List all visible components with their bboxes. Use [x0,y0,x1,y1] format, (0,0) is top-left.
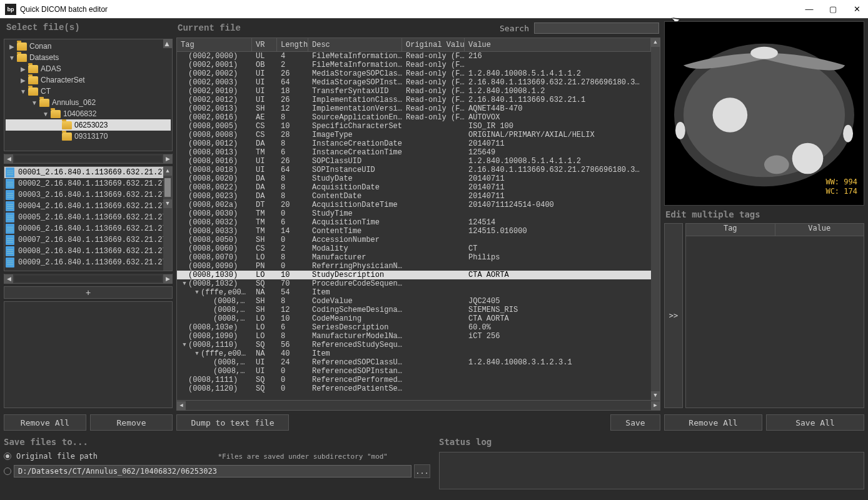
file-item[interactable]: 00008_2.16.840.1.113669.632.21.27 [4,246,172,257]
col-original[interactable]: Original Value [402,38,465,51]
table-row[interactable]: (0008,0022)DA8AcquisitionDate20140711 [177,183,651,192]
table-row[interactable]: (0008,1030)LO10StudyDescriptionCTA AORTA [177,271,651,279]
file-hscroll[interactable]: ◀▶ [4,274,173,284]
folder-tree[interactable]: ▲ ▶Conan▼Datasets▶ADAS▶CharacterSet▼CT▼A… [4,39,173,151]
tree-item[interactable]: ▶ADAS [6,63,171,74]
scroll-left-icon[interactable]: ◀ [177,401,186,410]
tree-item[interactable]: ▼Datasets [6,52,171,63]
tree-item[interactable]: ▼Annulus_062 [6,97,171,108]
table-row[interactable]: (0008,0005)CS10SpecificCharacterSetISO_I… [177,122,651,131]
scroll-up-icon[interactable]: ▲ [163,39,172,48]
table-row[interactable]: ▼(fffe,e00…NA40Item [177,349,651,358]
table-row[interactable]: (0008,0030)TM0StudyTime [177,209,651,218]
save-button[interactable]: Save [610,414,660,431]
file-vscroll[interactable]: ▲ ▼ [163,167,172,271]
table-row[interactable]: (0008,0018)UI64SOPInstanceUID2.16.840.1.… [177,166,651,174]
table-row[interactable]: (0008,…LO10CodeMeaningCTA AORTA [177,314,651,323]
scroll-down-icon[interactable]: ▼ [163,199,172,208]
move-right-button[interactable]: >> [664,223,683,408]
dicom-tag-table[interactable]: Tag VR Length Desc Original Value Value … [176,38,660,411]
table-row[interactable]: (0002,0010)UI18TransferSyntaxUIDRead-onl… [177,87,651,96]
tree-item[interactable]: 06253023 [6,119,171,131]
table-row[interactable]: (0008,…UI24ReferencedSOPClassU…1.2.840.1… [177,358,651,367]
search-input[interactable] [534,22,659,34]
file-item[interactable]: 00005_2.16.840.1.113669.632.21.27 [4,212,172,223]
table-row[interactable]: (0002,0000)UL4FileMetaInformation…Read-o… [177,52,651,61]
table-row[interactable]: (0008,0050)SH0AccessionNumber [177,236,651,244]
table-row[interactable]: (0008,0016)UI26SOPClassUID1.2.840.10008.… [177,157,651,166]
tree-item[interactable]: ▼10406832 [6,108,171,119]
close-button[interactable]: ✕ [850,4,863,14]
table-row[interactable]: ▼(fffe,e00…NA54Item [177,288,651,297]
table-row[interactable]: (0008,0020)DA8StudyDate20140711 [177,174,651,183]
file-item[interactable]: 00004_2.16.840.1.113669.632.21.27 [4,201,172,212]
maximize-button[interactable]: ▢ [827,4,839,14]
scroll-left-icon[interactable]: ◀ [4,154,13,163]
table-row[interactable]: (0008,0013)TM6InstanceCreationTime125649 [177,148,651,157]
table-row[interactable]: (0008,0012)DA8InstanceCreationDate201407… [177,139,651,148]
file-item[interactable]: 00003_2.16.840.1.113669.632.21.27 [4,189,172,201]
table-row[interactable]: ▼(0008,1110)SQ56ReferencedStudySequ… [177,341,651,349]
tree-item[interactable]: 09313170 [6,131,171,142]
tree-item[interactable]: ▼CT [6,86,171,97]
table-row[interactable]: (0002,0012)UI26ImplementationClass…Read-… [177,96,651,104]
drop-area[interactable] [4,301,173,408]
table-row[interactable]: (0008,1090)LO8ManufacturerModelNa…iCT 25… [177,332,651,341]
tree-item[interactable]: ▶Conan [6,41,171,52]
svg-point-3 [713,98,748,132]
save-path-input[interactable] [14,465,411,478]
table-row[interactable]: (0008,0008)CS28ImageTypeORIGINAL/PRIMARY… [177,131,651,139]
table-row[interactable]: (0008,103e)LO6SeriesDescription60.0% [177,323,651,332]
table-hscroll[interactable]: ◀ ▶ [177,400,660,410]
table-row[interactable]: (0008,0033)TM14ContentTime124515.016000 [177,227,651,236]
table-row[interactable]: (0008,…UI0ReferencedSOPInstan… [177,367,651,376]
table-row[interactable]: (0008,…SH12CodingSchemeDesigna…SIEMENS_R… [177,306,651,314]
folder-icon [17,42,27,51]
radio-custom-path[interactable] [4,468,11,475]
remove-button[interactable]: Remove [90,414,173,431]
table-row[interactable]: (0002,0016)AE8SourceApplicationEn…Read-o… [177,113,651,122]
minimize-button[interactable]: — [803,4,815,14]
table-row[interactable]: ▼(0008,1032)SQ70ProcedureCodeSequen… [177,279,651,288]
table-row[interactable]: (0008,0070)LO8ManufacturerPhilips [177,253,651,262]
file-list[interactable]: 00001_2.16.840.1.113669.632.21.2700002_2… [4,166,173,271]
table-row[interactable]: (0008,1111)SQ0ReferencedPerformed… [177,376,651,384]
table-row[interactable]: (0008,0090)PN0ReferringPhysicianN… [177,262,651,271]
col-tag[interactable]: Tag [177,38,252,51]
scroll-right-icon[interactable]: ▶ [163,154,172,163]
tree-item[interactable]: ▶CharacterSet [6,74,171,86]
scroll-up-icon[interactable]: ▲ [651,38,660,47]
col-desc[interactable]: Desc [308,38,402,51]
scroll-right-icon[interactable]: ▶ [651,401,660,410]
scroll-up-icon[interactable]: ▲ [163,167,172,176]
file-item[interactable]: 00002_2.16.840.1.113669.632.21.27 [4,178,172,189]
file-item[interactable]: 00001_2.16.840.1.113669.632.21.27 [4,167,172,178]
col-length[interactable]: Length [277,38,308,51]
col-vr[interactable]: VR [252,38,277,51]
col-value[interactable]: Value [465,38,651,51]
file-item[interactable]: 00006_2.16.840.1.113669.632.21.27 [4,223,172,234]
table-row[interactable]: (0002,0002)UI26MediaStorageSOPClas…Read-… [177,69,651,78]
scroll-down-icon[interactable]: ▼ [651,391,660,400]
table-row[interactable]: (0008,0023)DA8ContentDate20140711 [177,192,651,201]
remove-all-tags-button[interactable]: Remove All [664,414,762,431]
file-item[interactable]: 00007_2.16.840.1.113669.632.21.27 [4,234,172,246]
file-item[interactable]: 00009_2.16.840.1.113669.632.21.27 [4,257,172,268]
table-row[interactable]: (0008,002a)DT20AcquisitionDateTime201407… [177,201,651,209]
remove-all-button[interactable]: Remove All [4,414,86,431]
table-row[interactable]: (0002,0013)SH12ImplementationVersi…Read-… [177,104,651,113]
radio-original-path[interactable] [4,452,11,460]
table-row[interactable]: (0002,0003)UI64MediaStorageSOPInst…Read-… [177,78,651,87]
save-all-button[interactable]: Save All [766,414,864,431]
edit-tags-grid[interactable]: Tag Value [685,223,864,408]
table-row[interactable]: (0008,0060)CS2ModalityCT [177,244,651,253]
table-row[interactable]: (0008,1120)SQ0ReferencedPatientSe… [177,384,651,393]
add-button[interactable]: + [4,286,173,299]
table-vscroll[interactable]: ▼ [651,52,660,400]
dump-button[interactable]: Dump to text file [176,414,289,431]
table-row[interactable]: (0008,…SH8CodeValueJQC2405 [177,297,651,306]
table-row[interactable]: (0008,0032)TM6AcquisitionTime124514 [177,218,651,227]
table-row[interactable]: (0002,0001)OB2FileMetaInformation…Read-o… [177,61,651,69]
browse-button[interactable]: ... [414,464,430,478]
tree-hscroll[interactable]: ◀ ▶ [4,154,173,164]
